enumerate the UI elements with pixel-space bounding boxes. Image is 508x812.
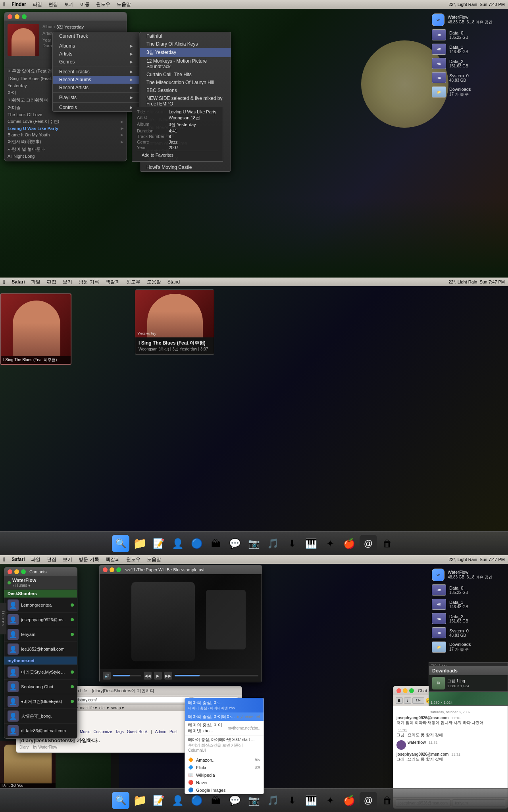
bm-maclife[interactable]: mac life ▾ <box>80 706 97 710</box>
chat-minimize[interactable] <box>403 688 408 693</box>
minimize-button[interactable] <box>15 14 19 19</box>
dock-landscape[interactable]: 🏔 <box>207 535 225 552</box>
help-menu[interactable]: 도움말 <box>114 1 134 8</box>
track-item[interactable]: The Look Of Love <box>4 111 127 118</box>
track-item[interactable]: Blame It On My Youth▶ <box>4 132 127 138</box>
view-menu-b[interactable]: 보기 <box>60 556 75 563</box>
nav-admin[interactable]: Admin <box>155 730 166 734</box>
disk-waterflow[interactable]: W WaterFlow 48.83 GB, 3...8 여유 공간 <box>429 12 508 28</box>
dock-camera-b[interactable]: 📷 <box>245 792 263 809</box>
dock-download-b[interactable]: ⬇ <box>283 792 301 809</box>
contacts-zoom[interactable] <box>21 569 26 574</box>
contact-item[interactable]: 👤 人情은守_bong. <box>4 709 77 724</box>
nav-tags[interactable]: Tags <box>115 730 124 734</box>
contact-item[interactable]: 👤 머리굿Style,MyStyle채인 <box>4 665 77 680</box>
dock-piano[interactable]: 🎹 <box>302 535 320 552</box>
video-screen[interactable] <box>100 574 262 669</box>
window-menu-b[interactable]: 윈도우 <box>123 556 144 563</box>
contact-item[interactable]: 👤 Lemongreentea <box>4 598 77 613</box>
font-size-button[interactable]: 12▾ <box>412 697 424 704</box>
stand-menu[interactable]: Stand <box>164 279 183 285</box>
volume-button[interactable]: 🔊 <box>103 672 111 680</box>
edit-menu-b[interactable]: 편집 <box>44 556 60 563</box>
safari-menu[interactable]: Safari <box>8 279 28 285</box>
track-item-active[interactable]: Loving U Was Like Party▶ <box>4 125 127 132</box>
finder-menu[interactable]: Finder <box>8 2 29 7</box>
contact-item[interactable]: 👤 ♦비처그린(BlueEyes) <box>4 694 77 709</box>
chat-zoom[interactable] <box>409 688 414 693</box>
track-item[interactable]: 어린새벽(明鄕事)▶ <box>4 138 127 146</box>
dock-contacts[interactable]: 👤 <box>169 535 187 552</box>
dock-trash[interactable]: 🗑 <box>379 535 396 552</box>
genres-item[interactable]: Genres ▶ <box>53 58 139 66</box>
dock-music-b[interactable]: 🎵 <box>264 792 282 809</box>
nav-guestbook[interactable]: Guest Book <box>127 730 148 734</box>
ac-web-google-images[interactable]: 🔵 Google Images <box>185 786 264 794</box>
volume-slider[interactable] <box>113 675 141 676</box>
dock-chat-b[interactable]: 💬 <box>226 792 244 809</box>
dock-blue-app[interactable]: 🔵 <box>188 535 206 552</box>
dock-star-b[interactable]: ✦ <box>321 792 339 809</box>
disk-waterflow-b[interactable]: W WaterFlow 48.83 GB, 3...8 여유 공간 <box>429 567 508 583</box>
disk-downloads[interactable]: 📁 Downloads 17 가 볼 수 <box>429 85 508 99</box>
nav-music[interactable]: Music <box>80 730 90 734</box>
fast-forward-button[interactable]: ▶▶ <box>164 672 172 680</box>
contact-item[interactable]: 👤 lee1852@hotmail.com <box>4 642 77 657</box>
bookmarks-menu[interactable]: 책갈피 <box>102 279 123 285</box>
video-close[interactable] <box>103 567 108 572</box>
disk-data1-b[interactable]: HD Data_1 146.48 GB <box>429 597 508 611</box>
view-menu-safari[interactable]: 보기 <box>60 279 75 285</box>
disk-data0-b[interactable]: HD Data_0 135.22 GB <box>429 583 508 597</box>
track-item[interactable]: 사랑이 널 놓아준다 <box>4 146 127 153</box>
disk-data0[interactable]: HD Data_0 135.22 GB <box>429 28 508 42</box>
rt-item[interactable]: The Diary Of Alicia Keys <box>140 40 231 48</box>
dock-music[interactable]: 🎵 <box>264 535 282 552</box>
dock-chat[interactable]: 💬 <box>226 535 244 552</box>
rt-item[interactable]: NEW SIDE selected & live mixed by FreeTE… <box>140 94 231 108</box>
dock-trash-b[interactable]: 🗑 <box>379 792 396 809</box>
help-menu-safari[interactable]: 도움말 <box>144 279 164 285</box>
ac-web-flickr[interactable]: 🔷 Flickr ⌘R <box>185 764 264 771</box>
dock-contacts-b[interactable]: 👤 <box>169 792 187 809</box>
dock-camera[interactable]: 📷 <box>245 535 263 552</box>
dock-texteditor-b[interactable]: 📝 <box>150 792 167 809</box>
ac-item-1[interactable]: 테마의 중심, 마이테마... mytheme.net <box>185 712 264 721</box>
rt-item[interactable]: The Miseducation Of Lauryn Hill <box>140 79 231 86</box>
dock-download[interactable]: ⬇ <box>283 535 301 552</box>
help-menu-b[interactable]: 도움말 <box>144 556 164 563</box>
rt-item[interactable]: Howl's Moving Castle <box>140 163 231 171</box>
rewind-button[interactable]: ◀◀ <box>144 672 152 680</box>
video-minimize[interactable] <box>110 567 114 572</box>
safari-menu-b[interactable]: Safari <box>8 557 28 562</box>
apple-menu[interactable]:  <box>0 1 8 8</box>
dock-blue-b[interactable]: 🔵 <box>188 792 206 809</box>
apple-menu-b[interactable]:  <box>0 556 8 563</box>
contacts-minimize[interactable] <box>14 569 19 574</box>
window-menu-safari[interactable]: 윈도우 <box>123 279 144 285</box>
file-menu-b[interactable]: 파일 <box>28 556 44 563</box>
artists-item[interactable]: Artists ▶ <box>53 50 139 58</box>
rt-item[interactable]: 12 Monkeys - Motion Picture Soundtrack <box>140 57 231 71</box>
dock-folder-b[interactable]: 📁 <box>131 792 148 809</box>
ac-web-wikipedia[interactable]: 📖 Wikipedia <box>185 771 264 779</box>
contact-group-mytheme[interactable]: mytheme.net <box>4 657 77 665</box>
albums-item[interactable]: Albums ▶ <box>53 42 139 50</box>
history-menu-b[interactable]: 방문 기록 <box>75 556 102 563</box>
rt-item[interactable]: Curtain Call: The Hits <box>140 71 231 79</box>
disk-downloads-b[interactable]: 📁 Downloads 17 가 볼 수 <box>429 640 508 654</box>
itunes-sidebar-tab[interactable]: iTunes <box>0 603 6 634</box>
recent-albums-item[interactable]: Recent Albums ▶ <box>53 76 139 84</box>
contact-item[interactable]: 👤 josephyang0926@msn.com <box>4 613 77 627</box>
ac-suggestion[interactable]: 테마이 충심, 마이테마넷 2007 start-... 루비의 최신스킨을 보… <box>185 735 264 754</box>
history-menu[interactable]: 방문 기록 <box>75 279 102 285</box>
edit-menu-safari[interactable]: 편집 <box>44 279 60 285</box>
dock-star[interactable]: ✦ <box>321 535 339 552</box>
close-button[interactable] <box>8 14 12 19</box>
track-item[interactable]: Comes Love (Feat.이주현)▶ <box>4 118 127 125</box>
ac-item-2[interactable]: 테마의 충심, 마이테마넷 zbo... mytheme.net/zbo.. <box>185 721 264 735</box>
dock-apple[interactable]: 🍎 <box>341 535 358 552</box>
controls-item[interactable]: Controls ▶ <box>53 103 139 111</box>
dock-landscape-b[interactable]: 🏔 <box>207 792 225 809</box>
zoom-button[interactable] <box>22 14 27 19</box>
disk-data1[interactable]: HD Data_1 146.48 GB <box>429 42 508 56</box>
